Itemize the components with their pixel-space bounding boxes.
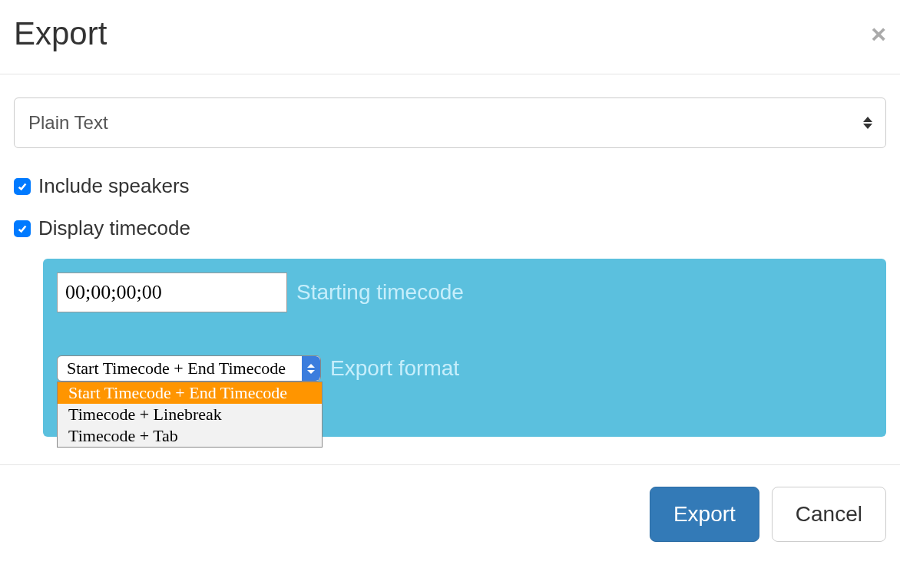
format-select-value: Plain Text bbox=[28, 112, 108, 134]
dropdown-option[interactable]: Timecode + Tab bbox=[58, 425, 322, 447]
format-select-wrapper: Plain Text bbox=[14, 97, 886, 148]
export-button[interactable]: Export bbox=[650, 487, 759, 542]
export-format-dropdown: Start Timecode + End Timecode Timecode +… bbox=[57, 382, 323, 448]
modal-footer: Export Cancel bbox=[0, 465, 900, 542]
include-speakers-row: Include speakers bbox=[14, 174, 886, 198]
export-format-row: Start Timecode + End Timecode Start Time… bbox=[57, 355, 872, 382]
select-stepper-icon bbox=[302, 356, 320, 381]
display-timecode-label[interactable]: Display timecode bbox=[38, 216, 190, 240]
starting-timecode-input[interactable] bbox=[57, 273, 287, 312]
export-format-select-value: Start Timecode + End Timecode bbox=[67, 358, 286, 378]
include-speakers-label[interactable]: Include speakers bbox=[38, 174, 190, 198]
include-speakers-checkbox[interactable] bbox=[14, 178, 31, 195]
export-format-select-wrap: Start Timecode + End Timecode Start Time… bbox=[57, 355, 321, 382]
dropdown-option[interactable]: Start Timecode + End Timecode bbox=[58, 382, 322, 404]
starting-timecode-label: Starting timecode bbox=[296, 280, 464, 305]
modal-body: Plain Text Include speakers Display time… bbox=[0, 74, 900, 465]
dropdown-option[interactable]: Timecode + Linebreak bbox=[58, 404, 322, 425]
modal-header: Export × bbox=[0, 0, 900, 74]
display-timecode-checkbox[interactable] bbox=[14, 220, 31, 237]
modal-title: Export bbox=[14, 15, 107, 52]
export-format-label: Export format bbox=[330, 356, 459, 381]
display-timecode-row: Display timecode bbox=[14, 216, 886, 240]
timecode-panel: Starting timecode Start Timecode + End T… bbox=[43, 259, 886, 437]
export-format-select[interactable]: Start Timecode + End Timecode bbox=[57, 355, 321, 382]
cancel-button[interactable]: Cancel bbox=[772, 487, 886, 542]
close-icon[interactable]: × bbox=[871, 21, 886, 47]
starting-timecode-row: Starting timecode bbox=[57, 273, 872, 312]
format-select[interactable]: Plain Text bbox=[14, 97, 886, 148]
